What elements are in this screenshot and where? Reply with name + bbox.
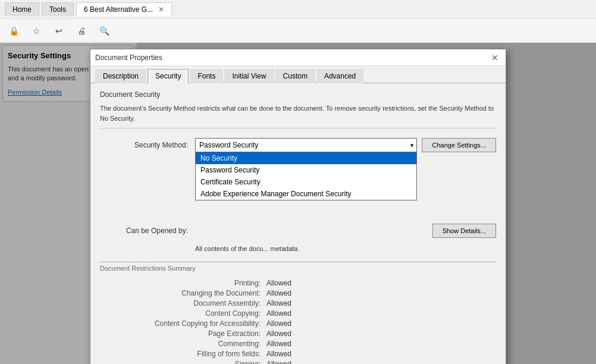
change-settings-button[interactable]: Change Settings... <box>422 138 496 152</box>
restriction-accessibility-value: Allowed <box>266 319 291 328</box>
restriction-page-extraction: Page Extraction: Allowed <box>100 330 496 338</box>
restriction-accessibility-label: Content Copying for Accessibility: <box>100 319 266 328</box>
modal-overlay: Document Properties ✕ Description Securi… <box>0 43 596 364</box>
dropdown-item-certificate-security[interactable]: Certificate Security <box>196 176 416 188</box>
restriction-form-fields-value: Allowed <box>266 350 291 358</box>
restriction-commenting: Commenting: Allowed <box>100 340 496 348</box>
app-background: Home Tools 6 Best Alternative G... ✕ 🔒 ☆… <box>0 0 596 364</box>
restrictions-section: Document Restrictions Summary Printing: … <box>100 262 496 364</box>
document-text-content: All contents of the docu... metadata. <box>195 243 496 252</box>
security-method-select-wrapper: Password Security ▼ No Security Pa <box>195 138 417 152</box>
tab-description[interactable]: Description <box>95 69 146 83</box>
security-method-dropdown: No Security Password Security Certificat… <box>195 152 417 200</box>
restriction-commenting-label: Commenting: <box>100 340 266 348</box>
tab-close-icon[interactable]: ✕ <box>158 5 164 14</box>
tab-custom[interactable]: Custom <box>275 69 315 83</box>
restriction-form-fields-label: Filling of form fields: <box>100 350 266 358</box>
restrictions-title: Document Restrictions Summary <box>100 262 496 274</box>
titlebar: Home Tools 6 Best Alternative G... ✕ <box>0 0 596 19</box>
restriction-commenting-value: Allowed <box>266 340 291 348</box>
restriction-content-copying-value: Allowed <box>266 309 291 318</box>
restriction-assembly-label: Document Assembly: <box>100 299 266 307</box>
lock-button[interactable]: 🔒 <box>5 23 23 39</box>
can-be-opened-row: Can be Opened by: Show Details... <box>100 224 496 238</box>
star-button[interactable]: ☆ <box>27 23 45 39</box>
dropdown-item-password-security[interactable]: Password Security <box>196 164 416 176</box>
dropdown-arrow-icon: ▼ <box>409 142 415 149</box>
restriction-changing: Changing the Document: Allowed <box>100 289 496 297</box>
restriction-content-copying-label: Content Copying: <box>100 309 266 318</box>
dialog-tabs: Description Security Fonts Initial View … <box>90 66 506 83</box>
zoom-button[interactable]: 🔍 <box>95 23 113 39</box>
dialog-title: Document Properties <box>95 54 162 62</box>
security-method-label: Security Method: <box>100 141 195 149</box>
dialog-close-button[interactable]: ✕ <box>489 52 501 64</box>
tab-home[interactable]: Home <box>5 2 39 16</box>
tab-document[interactable]: 6 Best Alternative G... ✕ <box>76 2 172 16</box>
can-be-opened-controls: Show Details... <box>195 224 496 238</box>
titlebar-tabs: Home Tools 6 Best Alternative G... ✕ <box>5 2 172 16</box>
restriction-signing-label: Signing: <box>100 360 266 364</box>
restriction-page-extraction-value: Allowed <box>266 330 291 338</box>
restriction-signing: Signing: Allowed <box>100 360 496 364</box>
dropdown-item-no-security[interactable]: No Security <box>196 152 416 164</box>
restriction-accessibility: Content Copying for Accessibility: Allow… <box>100 319 496 328</box>
restriction-printing-value: Allowed <box>266 279 291 287</box>
dropdown-item-adobe-security[interactable]: Adobe Experience Manager Document Securi… <box>196 188 416 200</box>
restriction-assembly: Document Assembly: Allowed <box>100 299 496 307</box>
tab-tools[interactable]: Tools <box>42 2 74 16</box>
restriction-page-extraction-label: Page Extraction: <box>100 330 266 338</box>
document-security-heading: Document Security <box>100 90 496 99</box>
security-method-select[interactable]: Password Security ▼ <box>195 138 417 152</box>
restriction-signing-value: Allowed <box>266 360 291 364</box>
tab-fonts[interactable]: Fonts <box>190 69 223 83</box>
document-properties-dialog: Document Properties ✕ Description Securi… <box>90 49 506 364</box>
tab-advanced[interactable]: Advanced <box>316 69 363 83</box>
restriction-content-copying: Content Copying: Allowed <box>100 309 496 318</box>
restriction-printing: Printing: Allowed <box>100 279 496 287</box>
restriction-printing-label: Printing: <box>100 279 266 287</box>
restriction-changing-value: Allowed <box>266 289 291 297</box>
restriction-form-fields: Filling of form fields: Allowed <box>100 350 496 358</box>
tab-security[interactable]: Security <box>148 69 189 83</box>
restriction-changing-label: Changing the Document: <box>100 289 266 297</box>
dialog-titlebar: Document Properties ✕ <box>90 49 506 66</box>
can-be-opened-label: Can be Opened by: <box>100 227 195 235</box>
back-button[interactable]: ↩ <box>50 23 68 39</box>
security-method-controls: Password Security ▼ No Security Pa <box>195 138 496 152</box>
document-text: All contents of the docu... metadata. <box>195 245 300 252</box>
toolbar: 🔒 ☆ ↩ 🖨 🔍 <box>0 19 596 43</box>
print-button[interactable]: 🖨 <box>73 23 90 39</box>
security-method-row: Security Method: Password Security ▼ <box>100 138 496 152</box>
tab-initial-view[interactable]: Initial View <box>224 69 274 83</box>
restriction-assembly-value: Allowed <box>266 299 291 307</box>
security-description: The document's Security Method restricts… <box>100 103 496 128</box>
dialog-body: Document Security The document's Securit… <box>90 83 506 364</box>
show-details-button[interactable]: Show Details... <box>432 224 496 238</box>
document-text-row: All contents of the docu... metadata. <box>100 243 496 252</box>
main-content: Document Properties ✕ Description Securi… <box>137 43 596 364</box>
